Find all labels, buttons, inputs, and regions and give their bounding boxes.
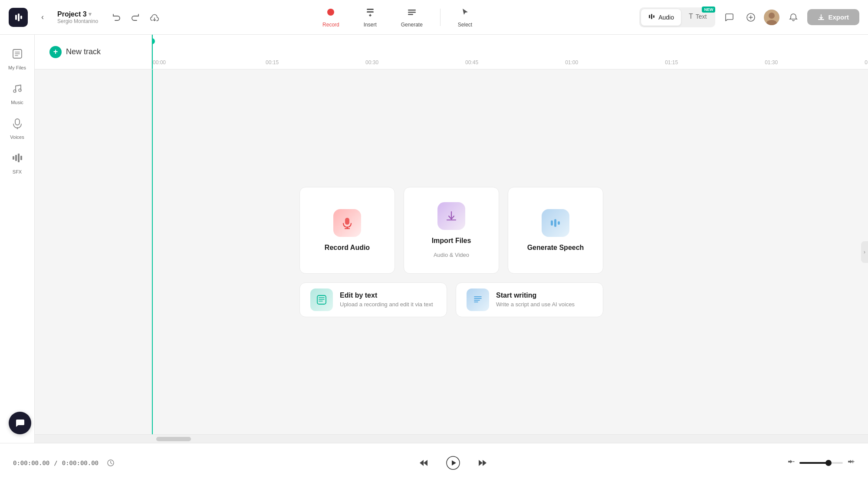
forward-button[interactable] [472,452,493,473]
start-writing-content: Start writing Write a script and use AI … [496,292,575,308]
sfx-label: SFX [13,169,22,174]
insert-tool[interactable]: Insert [357,4,384,30]
svg-rect-9 [408,14,413,15]
topbar-right: Audio T Text NEW Export [639,7,859,27]
sidebar-item-voices[interactable]: Voices [0,113,34,144]
text-mode-wrap: T Text NEW [682,9,713,26]
export-button[interactable]: Export [807,9,859,25]
svg-rect-29 [551,220,553,226]
wide-cards-row: Edit by text Upload a recording and edit… [299,282,603,317]
edit-by-text-icon-wrap [310,289,333,311]
svg-rect-8 [408,12,416,13]
redo-button[interactable] [128,10,143,25]
svg-point-4 [327,9,334,16]
chat-button[interactable] [9,412,31,434]
generate-speech-card[interactable]: Generate Speech [508,187,603,274]
svg-rect-3 [20,16,22,19]
new-track-plus-icon: + [49,46,62,58]
mode-toggle: Audio T Text NEW [639,7,715,27]
record-tool[interactable]: Record [316,4,346,30]
edit-by-text-card[interactable]: Edit by text Upload a recording and edit… [299,282,447,317]
cards-container: Record Audio Import Files Audio & Video [299,187,603,317]
svg-point-15 [769,13,775,19]
svg-rect-22 [13,156,14,160]
volume-plus-button[interactable] [847,458,855,468]
start-writing-card[interactable]: Start writing Write a script and use AI … [456,282,603,317]
toolbar-divider [440,9,441,26]
svg-rect-10 [649,15,650,18]
sidebar-item-sfx[interactable]: SFX [0,148,34,179]
volume-minus-button[interactable] [787,458,795,468]
sidebar-item-my-files[interactable]: My Files [0,43,34,75]
time-display: 0:00:00.00 / 0:00:00.00 [13,455,118,471]
rewind-button[interactable] [413,452,434,473]
import-files-icon-wrap [437,202,465,230]
edit-by-text-content: Edit by text Upload a recording and edit… [340,292,433,308]
select-tool[interactable]: Select [451,4,479,30]
svg-rect-2 [18,13,20,21]
audio-mode-button[interactable]: Audio [641,9,681,26]
volume-slider[interactable] [799,462,843,464]
music-icon [11,82,23,97]
record-audio-card[interactable]: Record Audio [299,187,395,274]
record-audio-icon-wrap [333,209,361,237]
record-audio-title: Record Audio [325,244,370,252]
main-area: My Files Music Voices SFX [0,35,868,443]
play-button[interactable] [443,452,464,473]
svg-rect-35 [788,461,790,462]
user-avatar[interactable] [764,10,779,25]
svg-rect-11 [651,14,652,19]
start-writing-icon-wrap [467,289,489,311]
time-settings-button[interactable] [103,455,118,471]
add-button[interactable] [743,10,759,25]
sidebar: My Files Music Voices SFX [0,35,35,443]
start-writing-subtitle: Write a script and use AI voices [496,301,575,308]
svg-rect-26 [345,218,349,225]
generate-speech-icon-wrap [542,209,569,237]
cloud-save-button[interactable] [147,10,162,25]
select-icon [460,7,470,20]
edit-by-text-subtitle: Upload a recording and edit it via text [340,301,433,308]
project-info[interactable]: Project 3 ▾ Sergio Montanino [57,10,98,24]
project-user: Sergio Montanino [57,18,98,24]
my-files-label: My Files [8,65,26,70]
playback-controls [413,452,493,473]
new-track-label: New track [66,47,101,56]
topbar: ‹ Project 3 ▾ Sergio Montanino Record [0,0,868,35]
svg-rect-32 [317,295,326,304]
svg-rect-6 [367,11,374,13]
generate-speech-title: Generate Speech [527,244,584,252]
notifications-button[interactable] [785,9,802,26]
scrollbar-area [35,434,868,443]
start-writing-title: Start writing [496,292,575,299]
time-total: 0:00:00.00 [62,459,99,466]
app-logo [9,8,28,27]
new-badge: NEW [702,7,715,13]
record-label: Record [322,22,339,28]
time-separator: / [54,459,57,466]
select-label: Select [458,22,472,28]
comment-button[interactable] [720,9,738,26]
undo-redo-group [108,10,162,25]
collapse-handle[interactable]: › [861,241,868,263]
svg-rect-7 [408,10,416,11]
back-button[interactable]: ‹ [35,10,50,25]
new-track-button[interactable]: + New track [43,42,107,62]
svg-rect-5 [367,9,374,10]
import-files-card[interactable]: Import Files Audio & Video [404,187,499,274]
sidebar-item-music[interactable]: Music [0,78,34,109]
svg-rect-31 [558,221,560,225]
time-current: 0:00:00.00 [13,459,49,466]
generate-tool[interactable]: Generate [394,4,430,30]
svg-rect-24 [18,154,20,162]
generate-label: Generate [401,22,423,28]
undo-button[interactable] [108,10,124,25]
scroll-thumb[interactable] [156,437,191,441]
timeline-area: + New track 00:00 00:15 00:30 00:45 01:0… [35,35,868,443]
svg-rect-37 [848,461,850,462]
voices-icon [11,117,23,132]
svg-rect-20 [15,119,20,125]
generate-icon [407,7,417,20]
playhead-line [152,69,153,434]
text-mode-icon: T [689,13,693,20]
